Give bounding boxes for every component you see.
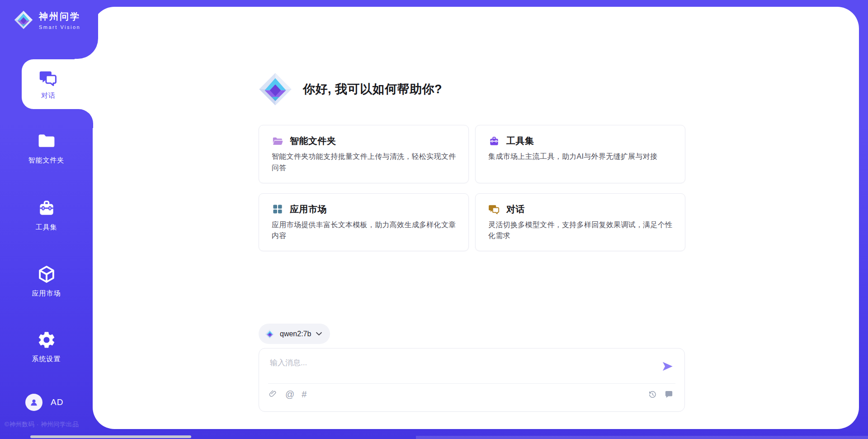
sidebar-item-toolset[interactable]: 工具集 [0,198,93,232]
copyright-footer: ©神州数码 · 神州问学出品 [5,420,79,429]
sidebar-item-chat[interactable]: 对话 [22,59,93,109]
brand: 神州问学 Smart Vision [14,10,80,30]
folder-icon [37,131,57,151]
card-smart-folder[interactable]: 智能文件夹 智能文件夹功能支持批量文件上传与清洗，轻松实现文件问答 [259,125,469,183]
chevron-down-icon [316,332,322,336]
greeting-block: 你好, 我可以如何帮助你? [258,72,442,107]
brand-name: 神州问学 [39,10,80,23]
avatar [25,394,42,411]
mention-icon[interactable]: @ [285,390,294,399]
user-initials: AD [51,397,63,407]
sidebar-item-label: 应用市场 [32,289,61,298]
send-icon[interactable] [661,360,674,372]
sidebar-item-settings[interactable]: 系统设置 [0,330,93,363]
card-title: 对话 [506,203,525,215]
model-gem-logo-icon [265,329,275,339]
model-name: qwen2:7b [280,330,311,338]
feature-cards: 智能文件夹 智能文件夹功能支持批量文件上传与清洗，轻松实现文件问答 工具集 集成… [259,125,685,251]
scrollbar-thumb[interactable] [30,435,191,438]
card-chat[interactable]: 对话 灵活切换多模型文件，支持多样回复效果调试，满足个性化需求 [475,193,685,252]
attachment-icon[interactable] [269,389,278,399]
card-title: 应用市场 [290,203,327,215]
user-account[interactable]: AD [25,394,63,411]
quick-phrase-icon[interactable] [664,390,674,399]
toolbox-icon [37,198,57,218]
composer-divider [268,383,675,384]
card-app-market[interactable]: 应用市场 应用市场提供丰富长文本模板，助力高效生成多样化文章内容 [259,193,469,252]
card-description: 应用市场提供丰富长文本模板，助力高效生成多样化文章内容 [272,220,457,242]
greeting-gem-logo-icon [258,72,293,107]
sidebar-item-app-market[interactable]: 应用市场 [0,264,93,298]
card-description: 灵活切换多模型文件，支持多样回复效果调试，满足个性化需求 [488,220,673,242]
message-input[interactable] [269,355,651,371]
card-description: 集成市场上主流工具，助力AI与外界无缝扩展与对接 [488,151,673,162]
card-title: 智能文件夹 [290,135,336,147]
folder-open-icon [272,135,283,147]
card-title: 工具集 [506,135,534,147]
brand-gem-logo-icon [14,10,33,30]
brand-subtitle: Smart Vision [39,24,80,30]
cube-icon [37,264,57,284]
person-icon [28,397,39,408]
greeting-title: 你好, 我可以如何帮助你? [303,81,442,97]
chat-bubbles-icon [39,68,58,87]
gear-icon [37,330,57,350]
sidebar-item-label: 对话 [41,91,56,100]
grid-icon [272,203,283,215]
sidebar-item-label: 智能文件夹 [28,156,65,165]
toolbox-icon [488,135,500,147]
chat-bubbles-icon [488,203,500,215]
message-composer: @ # [259,348,685,412]
sidebar-item-label: 工具集 [36,223,57,232]
sidebar-item-smart-folder[interactable]: 智能文件夹 [0,131,93,165]
card-toolset[interactable]: 工具集 集成市场上主流工具，助力AI与外界无缝扩展与对接 [475,125,685,183]
model-selector[interactable]: qwen2:7b [259,324,330,344]
hashtag-icon[interactable]: # [302,390,307,399]
scrollbar-track [416,436,868,439]
card-description: 智能文件夹功能支持批量文件上传与清洗，轻松实现文件问答 [272,151,457,174]
sidebar-item-label: 系统设置 [32,355,61,363]
history-icon[interactable] [648,390,657,399]
app-window: 神州问学 Smart Vision 对话 智能文件夹 工具集 应用市场 [0,0,868,439]
